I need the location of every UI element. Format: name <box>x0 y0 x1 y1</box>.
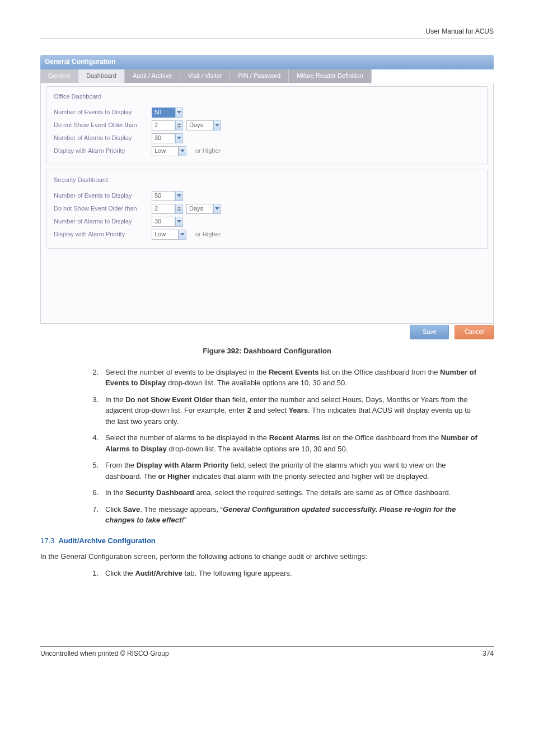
chevron-down-icon[interactable] <box>213 120 221 130</box>
security-older-row: Do not Show Event Older than 2 Days <box>54 204 480 214</box>
tab-mifare-reader[interactable]: Mifare Reader Definition <box>289 69 372 83</box>
office-older-unit[interactable]: Days <box>186 120 213 130</box>
security-older-value[interactable]: 2 <box>152 204 175 214</box>
office-alarms-label: Number of Alarms to Display <box>54 134 152 143</box>
office-older-row: Do not Show Event Older than 2 Days <box>54 120 480 130</box>
page-footer: Uncontrolled when printed © RISCO Group … <box>40 646 494 659</box>
security-priority-suffix: or Higher <box>195 230 221 239</box>
svg-marker-9 <box>215 207 219 210</box>
section-intro: In the General Configuration screen, per… <box>40 552 494 562</box>
office-priority-value[interactable]: Low <box>152 146 179 156</box>
text: area, select the required settings. The … <box>194 488 451 497</box>
step-4: 4. Select the number of alarms to be dis… <box>85 432 483 454</box>
svg-marker-3 <box>215 124 219 127</box>
text-bold: Do not Show Event Older than <box>125 395 230 404</box>
chevron-down-icon[interactable] <box>175 217 183 227</box>
step-number: 4. <box>85 432 99 454</box>
text: Select the number of events to be displa… <box>105 368 269 376</box>
tab-visit-visitor[interactable]: Visit / Visitor <box>180 69 230 83</box>
svg-marker-1 <box>177 123 181 125</box>
text: tab. The following figure appears. <box>182 569 292 577</box>
text-bold: Recent Events <box>269 368 319 376</box>
step-5: 5. From the Display with Alarm Priority … <box>85 460 483 482</box>
svg-marker-10 <box>177 220 181 223</box>
footer-page-number: 374 <box>483 649 494 659</box>
figure-caption: Figure 392: Dashboard Configuration <box>40 346 494 357</box>
chevron-down-icon[interactable] <box>179 230 186 240</box>
office-older-value[interactable]: 2 <box>152 120 175 130</box>
office-events-value[interactable]: 50 <box>152 108 175 118</box>
chevron-down-icon[interactable] <box>175 191 183 201</box>
tab-pin-password[interactable]: PIN / Password <box>230 69 289 83</box>
text: In the <box>105 395 125 404</box>
text: ” <box>184 516 186 524</box>
spinner-icon[interactable] <box>175 120 183 130</box>
text: list on the Office dashboard from the <box>320 433 441 442</box>
security-alarms-label: Number of Alarms to Display <box>54 217 152 226</box>
security-priority-value[interactable]: Low <box>152 230 179 240</box>
text: Select the number of alarms to be displa… <box>105 433 269 442</box>
security-alarms-row: Number of Alarms to Display 30 <box>54 217 480 227</box>
section-number: 17.3 <box>40 536 54 545</box>
step-6: 6. In the Security Dashboard area, selec… <box>85 487 483 498</box>
save-button[interactable]: Save <box>410 325 449 339</box>
text: drop-down list. The available options ar… <box>166 379 347 387</box>
text: In the <box>105 488 125 497</box>
cancel-button[interactable]: Cancel <box>455 325 494 339</box>
step-number: 1. <box>85 568 99 579</box>
text-bold: 2 <box>247 406 251 414</box>
tab-audit-archive[interactable]: Audit / Archive <box>125 69 180 83</box>
office-dashboard-group: Office Dashboard Number of Events to Dis… <box>46 86 488 165</box>
spinner-icon[interactable] <box>175 204 183 214</box>
svg-marker-0 <box>177 111 181 114</box>
footer-left: Uncontrolled when printed © RISCO Group <box>40 649 169 659</box>
text-bold: Security Dashboard <box>125 488 194 497</box>
office-priority-row: Display with Alarm Priority Low or Highe… <box>54 146 480 156</box>
chevron-down-icon[interactable] <box>213 204 221 214</box>
text: and select <box>251 406 289 414</box>
office-alarms-value[interactable]: 30 <box>152 133 175 143</box>
step-number: 6. <box>85 487 99 498</box>
svg-marker-7 <box>177 207 181 208</box>
security-alarms-value[interactable]: 30 <box>152 217 175 227</box>
step-7: 7. Click Save. The message appears, “Gen… <box>85 504 483 526</box>
security-events-label: Number of Events to Display <box>54 192 152 200</box>
tab-row: General Dashboard Audit / Archive Visit … <box>40 69 494 83</box>
tab-general[interactable]: General <box>40 69 78 83</box>
security-priority-label: Display with Alarm Priority <box>54 230 152 239</box>
text-bold: Audit/Archive <box>135 569 182 577</box>
office-alarms-row: Number of Alarms to Display 30 <box>54 133 480 143</box>
svg-marker-6 <box>177 194 181 197</box>
office-priority-suffix: or Higher <box>195 147 221 156</box>
svg-marker-11 <box>180 233 185 236</box>
office-events-label: Number of Events to Display <box>54 108 152 117</box>
security-older-unit[interactable]: Days <box>186 204 213 214</box>
text-bold: Save <box>123 505 140 514</box>
section-steps: 1. Click the Audit/Archive tab. The foll… <box>85 568 483 579</box>
text-bold: Years <box>288 406 308 414</box>
security-dashboard-group: Security Dashboard Number of Events to D… <box>46 170 488 249</box>
step-number: 5. <box>85 460 99 482</box>
chevron-down-icon[interactable] <box>179 146 186 156</box>
text: drop-down list. The available options ar… <box>167 445 348 453</box>
text: Click the <box>105 569 135 577</box>
chevron-down-icon[interactable] <box>175 133 183 143</box>
config-body: Office Dashboard Number of Events to Dis… <box>40 83 494 324</box>
svg-marker-5 <box>180 150 185 152</box>
svg-marker-8 <box>177 209 181 211</box>
svg-marker-4 <box>177 137 181 139</box>
instruction-list: 2. Select the number of events to be dis… <box>85 367 483 526</box>
config-window: General Configuration General Dashboard … <box>40 55 494 339</box>
text: Click <box>105 505 123 514</box>
button-row: Save Cancel <box>40 325 494 339</box>
svg-marker-2 <box>177 126 181 128</box>
section-heading: 17.3 Audit/Archive Configuration <box>40 536 494 547</box>
office-events-row: Number of Events to Display 50 <box>54 108 480 118</box>
security-events-value[interactable]: 50 <box>152 191 175 201</box>
security-priority-row: Display with Alarm Priority Low or Highe… <box>54 230 480 240</box>
chevron-down-icon[interactable] <box>175 108 183 118</box>
step-3: 3. In the Do not Show Event Older than f… <box>85 394 483 427</box>
security-legend: Security Dashboard <box>51 176 110 185</box>
tab-dashboard[interactable]: Dashboard <box>78 69 125 83</box>
office-legend: Office Dashboard <box>51 92 104 101</box>
